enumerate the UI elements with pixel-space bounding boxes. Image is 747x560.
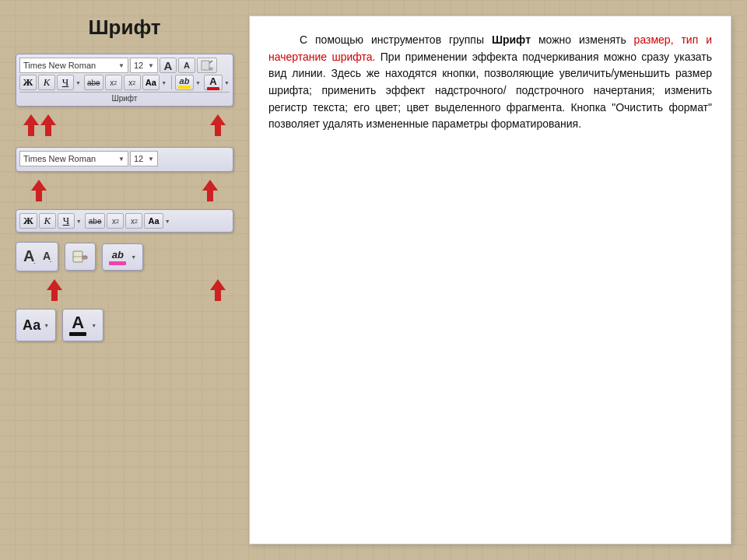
highlight-color-button[interactable]: ab [175,75,194,90]
svg-marker-11 [47,279,62,301]
bottom-panels-row: Аа ▼ A ▼ [16,309,233,341]
font-name-label: Times New Roman [23,61,96,70]
font-size-label: 12 [134,61,143,70]
font-color-dropdown-arrow: ▼ [91,323,96,328]
font-size-arrow: ▼ [148,62,154,69]
bold-button[interactable]: Ж [19,75,37,90]
highlight-arrow: ▼ [195,80,201,86]
font-size-dropdown-2[interactable]: 12 ▼ [130,151,158,166]
underline-arrow-2: ▼ [76,219,82,224]
grow-font-icon: A - [23,247,36,266]
aa-label: Аа [23,317,40,334]
change-case-panel[interactable]: Аа ▼ [16,309,56,341]
change-case-arrow-2: ▼ [165,219,170,224]
italic-button[interactable]: К [38,75,55,90]
highlighted-phrase: размер, тип и начертание шрифта. [268,33,712,63]
font-size-arrow-2: ▼ [148,156,154,163]
strikethrough-button[interactable]: abe [84,75,103,90]
svg-line-1 [209,61,212,63]
arrows-row-2 [16,180,233,201]
small-panels-row: A - A - ab ▼ [16,242,233,271]
underline-button-2[interactable]: Ч [58,213,75,229]
font-color-arrow: ▼ [224,80,230,86]
svg-rect-9 [82,256,87,259]
change-case-button[interactable]: Аа [142,75,160,90]
subscript-button[interactable]: x2 [105,75,122,90]
page-title: Шрифт [16,16,233,40]
grow-font-button[interactable]: A [160,58,177,73]
highlight-ab-icon: ab [109,249,126,265]
svg-marker-4 [40,114,56,136]
grow-shrink-panel: A - A - [16,242,58,271]
svg-rect-2 [209,68,212,70]
separator-1 [171,75,172,89]
panel-label: Шрифт [19,92,230,103]
subscript-button-2[interactable]: x2 [107,213,124,229]
aa-dropdown-arrow: ▼ [44,323,49,328]
eraser-panel[interactable] [65,243,96,271]
shrink-font-icon: A - [42,250,52,264]
arrows-row-1 [16,114,233,139]
font-name-dropdown-2[interactable]: Times New Roman ▼ [19,151,128,166]
strikethrough-button-2[interactable]: abe [85,213,106,229]
superscript-button-2[interactable]: x2 [125,213,142,229]
font-row-2: Times New Roman ▼ 12 ▼ [19,151,230,166]
italic-button-2[interactable]: К [39,213,56,229]
font-color-icon: A [69,314,86,336]
change-case-button-2[interactable]: Аа [144,213,163,229]
bold-button-2[interactable]: Ж [19,213,37,229]
font-size-label-2: 12 [134,154,143,163]
description-panel: С помощью инструментов группы Шрифт можн… [249,16,731,544]
svg-marker-6 [31,180,47,201]
highlight-word-shrift: Шрифт [492,33,531,46]
font-row-panel: Times New Roman ▼ 12 ▼ [16,147,233,172]
highlight-panel[interactable]: ab ▼ [102,243,143,271]
format-row-2: Ж К Ч ▼ abe x2 x2 Аа ▼ [19,213,230,229]
svg-marker-5 [210,114,226,136]
arrows-row-3 [16,279,233,301]
superscript-button[interactable]: x2 [124,75,141,90]
clear-format-button[interactable] [197,58,217,73]
left-panel: Шрифт Times New Roman ▼ 12 ▼ A A Ж К Ч ▼… [16,16,233,544]
svg-marker-7 [202,180,218,201]
font-color-panel[interactable]: A ▼ [62,309,103,341]
font-name-arrow-2: ▼ [118,156,124,163]
font-name-arrow: ▼ [118,62,124,69]
eraser-icon [72,248,89,265]
shrink-font-button[interactable]: A [178,58,195,73]
font-name-dropdown[interactable]: Times New Roman ▼ [19,58,128,73]
font-name-label-2: Times New Roman [23,154,96,163]
font-color-button[interactable]: A [204,75,223,90]
format-row: Ж К Ч ▼ abe x2 x2 Аа ▼ ab ▼ A [19,75,230,90]
full-toolbar-panel: Times New Roman ▼ 12 ▼ A A Ж К Ч ▼ abe x… [16,54,233,107]
change-case-arrow: ▼ [161,80,167,86]
svg-marker-12 [210,279,226,301]
underline-button[interactable]: Ч [57,75,74,90]
description-text: С помощью инструментов группы Шрифт можн… [268,32,712,133]
format-row-panel: Ж К Ч ▼ abe x2 x2 Аа ▼ [16,209,233,233]
svg-rect-0 [202,61,209,70]
highlight-dropdown-arrow: ▼ [131,254,136,260]
font-row: Times New Roman ▼ 12 ▼ A A [19,58,230,73]
font-size-dropdown[interactable]: 12 ▼ [130,58,158,73]
underline-arrow: ▼ [75,80,81,86]
svg-marker-3 [23,114,39,136]
